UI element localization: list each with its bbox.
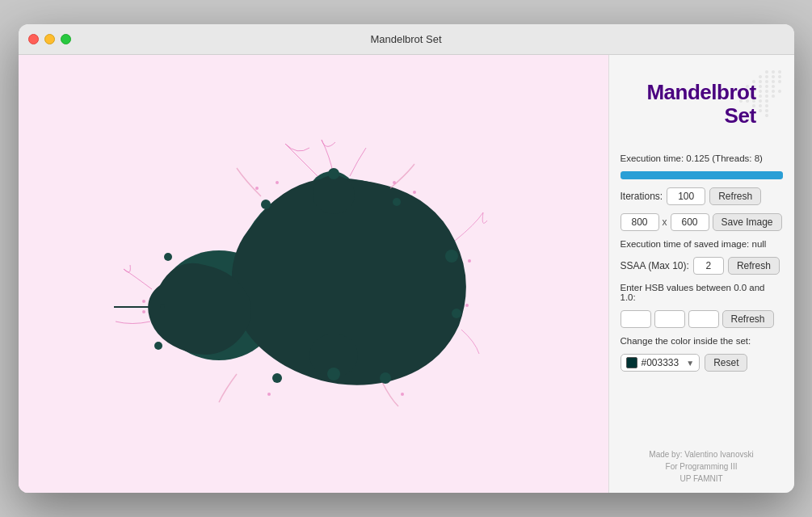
svg-point-68	[765, 114, 768, 117]
svg-point-29	[142, 300, 145, 303]
window-title: Mandelbrot Set	[370, 33, 441, 45]
svg-point-20	[328, 168, 339, 179]
hsb-label: Enter HSB values between 0.0 and 1.0:	[621, 283, 783, 302]
color-value: #003333	[642, 357, 679, 368]
svg-point-40	[765, 80, 768, 83]
ssaa-input[interactable]	[693, 257, 724, 275]
svg-point-41	[772, 80, 775, 83]
refresh-ssaa-button[interactable]: Refresh	[728, 257, 780, 275]
ssaa-label: SSAA (Max 10):	[621, 260, 689, 271]
dropdown-arrow-icon: ▼	[686, 359, 694, 368]
svg-point-27	[401, 393, 404, 396]
logo-line1: Mandelbrot	[646, 80, 755, 104]
iterations-input[interactable]	[667, 187, 705, 205]
svg-point-55	[759, 95, 762, 98]
footer: Made by: Valentino Ivanovski For Program…	[621, 442, 783, 485]
svg-point-57	[772, 95, 775, 98]
progress-bar	[621, 171, 783, 179]
app-window: Mandelbrot Set	[19, 24, 794, 493]
dimensions-row: x Save Image	[621, 213, 783, 231]
logo-line2: Set	[725, 103, 756, 128]
width-input[interactable]	[621, 213, 659, 231]
svg-point-30	[142, 310, 145, 313]
svg-point-24	[413, 191, 416, 194]
save-image-button[interactable]: Save Image	[713, 213, 782, 231]
iterations-label: Iterations:	[621, 191, 663, 202]
sidebar: Mandelbrot Set Execution time: 0.125 (Th…	[608, 55, 794, 493]
svg-point-34	[759, 75, 762, 78]
svg-point-51	[772, 90, 775, 93]
color-swatch	[626, 357, 637, 368]
svg-point-62	[765, 99, 768, 103]
hsb2-input[interactable]	[654, 310, 685, 328]
svg-point-50	[765, 90, 768, 93]
svg-point-15	[380, 372, 391, 384]
svg-point-25	[468, 259, 471, 263]
footer-line3: UP FAMNIT	[621, 473, 783, 485]
footer-line2: For Programming III	[621, 460, 783, 473]
svg-point-12	[393, 198, 401, 206]
svg-point-67	[765, 109, 768, 112]
iterations-row: Iterations: Refresh	[621, 187, 783, 205]
svg-point-42	[778, 80, 781, 83]
svg-point-17	[164, 253, 172, 261]
close-button[interactable]	[28, 34, 39, 44]
svg-point-39	[759, 80, 762, 83]
traffic-lights	[28, 34, 71, 44]
refresh-hsb-button[interactable]: Refresh	[722, 310, 774, 328]
saved-exec-time: Execution time of saved image: null	[621, 239, 783, 249]
svg-point-26	[465, 304, 469, 307]
ssaa-row: SSAA (Max 10): Refresh	[621, 257, 783, 275]
progress-bar-fill	[621, 171, 783, 179]
color-picker-row: #003333 ▼ Reset	[621, 354, 783, 372]
logo-area: Mandelbrot Set	[621, 68, 783, 141]
svg-point-28	[267, 393, 271, 396]
height-input[interactable]	[671, 213, 709, 231]
svg-point-31	[765, 70, 768, 74]
svg-point-33	[778, 70, 781, 74]
canvas-area	[19, 55, 608, 493]
footer-line1: Made by: Valentino Ivanovski	[621, 448, 783, 460]
svg-point-13	[445, 250, 458, 263]
svg-point-61	[759, 99, 762, 103]
mandelbrot-canvas	[19, 55, 608, 493]
color-inside-label: Change the color inside the set:	[621, 336, 783, 346]
x-label: x	[663, 216, 667, 228]
svg-point-16	[272, 373, 282, 383]
svg-point-8	[160, 305, 165, 309]
svg-point-23	[393, 181, 396, 184]
svg-point-21	[255, 187, 259, 190]
svg-point-35	[765, 75, 768, 78]
svg-point-64	[759, 104, 762, 107]
main-content: Mandelbrot Set Execution time: 0.125 (Th…	[19, 55, 794, 493]
svg-point-22	[276, 181, 279, 184]
svg-point-9	[313, 175, 355, 214]
reset-button[interactable]: Reset	[705, 354, 747, 372]
hsb3-input[interactable]	[688, 310, 719, 328]
svg-point-49	[759, 90, 762, 93]
refresh-iterations-button[interactable]: Refresh	[709, 187, 761, 205]
hsb-row: Refresh	[621, 310, 783, 328]
minimize-button[interactable]	[44, 34, 55, 44]
svg-point-37	[778, 75, 781, 78]
titlebar: Mandelbrot Set	[19, 24, 794, 55]
svg-point-52	[778, 90, 781, 93]
svg-point-47	[772, 85, 775, 88]
svg-point-11	[261, 200, 271, 209]
color-dropdown[interactable]: #003333 ▼	[621, 354, 701, 372]
svg-point-46	[765, 85, 768, 88]
execution-info: Execution time: 0.125 (Threads: 8)	[621, 153, 783, 163]
svg-point-36	[772, 75, 775, 78]
hsb1-input[interactable]	[621, 310, 651, 328]
svg-point-65	[765, 104, 768, 107]
svg-point-56	[765, 95, 768, 98]
app-logo-text: Mandelbrot Set	[646, 81, 755, 127]
svg-point-32	[772, 70, 775, 74]
maximize-button[interactable]	[61, 34, 71, 44]
svg-point-66	[759, 109, 762, 112]
svg-point-19	[327, 368, 340, 380]
svg-point-14	[452, 309, 461, 318]
svg-point-18	[154, 342, 162, 350]
svg-point-45	[759, 85, 762, 88]
